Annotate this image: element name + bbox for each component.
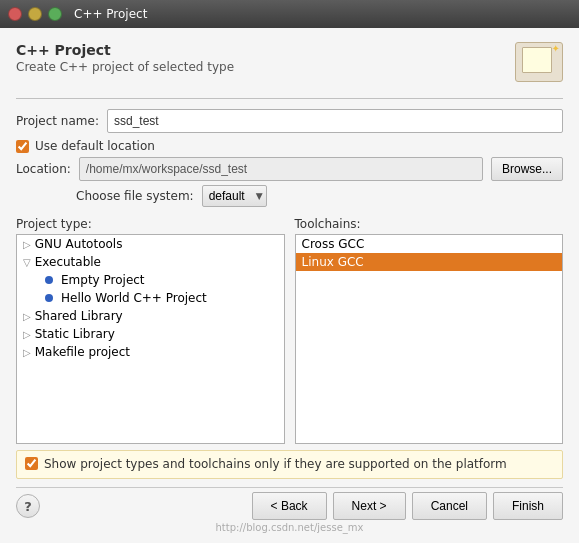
list-item-label: Cross GCC [302,237,365,251]
list-item[interactable]: Hello World C++ Project [17,289,284,307]
project-name-row: Project name: [16,109,563,133]
close-icon[interactable] [8,7,22,21]
watermark: http://blog.csdn.net/jesse_mx [16,522,563,533]
bullet-icon [45,294,53,302]
use-default-location-label: Use default location [35,139,155,153]
toolchains-list[interactable]: Cross GCC Linux GCC [295,234,564,444]
expand-icon: ▷ [23,311,31,322]
expand-icon: ▷ [23,329,31,340]
separator [16,98,563,99]
dialog-header-text: C++ Project Create C++ project of select… [16,42,234,74]
toolchains-panel: Toolchains: Cross GCC Linux GCC [295,217,564,444]
list-item-label: Makefile project [35,345,130,359]
list-item[interactable]: Cross GCC [296,235,563,253]
list-item[interactable]: Linux GCC [296,253,563,271]
filesystem-row: Choose file system: default ▼ [16,185,563,207]
expand-icon: ▽ [23,257,31,268]
buttons-row: ? < Back Next > Cancel Finish [16,487,563,520]
filesystem-label: Choose file system: [76,189,194,203]
show-types-label: Show project types and toolchains only i… [44,456,507,473]
back-button[interactable]: < Back [252,492,327,520]
maximize-icon[interactable] [48,7,62,21]
use-default-location-checkbox[interactable] [16,140,29,153]
project-name-input[interactable] [107,109,563,133]
show-types-checkbox[interactable] [25,457,38,470]
project-name-label: Project name: [16,114,99,128]
list-item-label: Static Library [35,327,115,341]
list-item[interactable]: ▷ GNU Autotools [17,235,284,253]
project-type-panel: Project type: ▷ GNU Autotools ▽ Executab… [16,217,285,444]
finish-button[interactable]: Finish [493,492,563,520]
project-type-title: Project type: [16,217,285,231]
list-item[interactable]: ▷ Makefile project [17,343,284,361]
expand-icon: ▷ [23,347,31,358]
show-types-row: Show project types and toolchains only i… [16,450,563,479]
dialog-heading: C++ Project [16,42,234,58]
list-item[interactable]: ▷ Shared Library [17,307,284,325]
dialog: C++ Project Create C++ project of select… [0,28,579,543]
project-type-list[interactable]: ▷ GNU Autotools ▽ Executable Empty Proje… [16,234,285,444]
list-item[interactable]: ▽ Executable [17,253,284,271]
list-item-label: GNU Autotools [35,237,123,251]
filesystem-select-wrapper: default ▼ [202,185,267,207]
default-location-row: Use default location [16,139,563,153]
panels-area: Project type: ▷ GNU Autotools ▽ Executab… [16,217,563,444]
nav-buttons: < Back Next > Cancel Finish [252,492,563,520]
list-item-label: Empty Project [61,273,145,287]
list-item-label: Hello World C++ Project [61,291,207,305]
help-button[interactable]: ? [16,494,40,518]
filesystem-select[interactable]: default [202,185,267,207]
titlebar: C++ Project [0,0,579,28]
dialog-icon [515,42,563,82]
list-item-label: Linux GCC [302,255,364,269]
bullet-icon [45,276,53,284]
expand-icon: ▷ [23,239,31,250]
dialog-subheading: Create C++ project of selected type [16,60,234,74]
minimize-icon[interactable] [28,7,42,21]
next-button[interactable]: Next > [333,492,406,520]
location-row: Location: Browse... [16,157,563,181]
cancel-button[interactable]: Cancel [412,492,487,520]
browse-button[interactable]: Browse... [491,157,563,181]
window-title: C++ Project [74,7,147,21]
list-item[interactable]: ▷ Static Library [17,325,284,343]
dialog-header: C++ Project Create C++ project of select… [16,42,563,82]
list-item-label: Shared Library [35,309,123,323]
list-item-label: Executable [35,255,101,269]
location-label: Location: [16,162,71,176]
toolchains-title: Toolchains: [295,217,564,231]
location-input[interactable] [79,157,483,181]
list-item[interactable]: Empty Project [17,271,284,289]
